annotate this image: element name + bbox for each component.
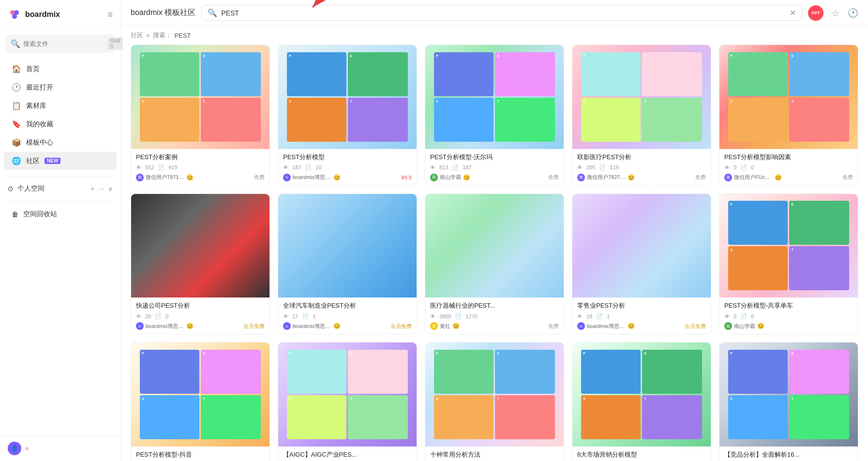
author-emoji: 😊 [628,323,635,329]
sidebar-label-materials: 素材库 [26,102,46,110]
star-icon[interactable]: ☆ [831,7,840,19]
card-info: 【AIGC】AIGC产业PES... 👁 303 📄 15 恐 恐龙不抵浪 😊 … [278,446,417,461]
chevron-down-icon[interactable]: ∨ [108,185,113,193]
sidebar-item-materials[interactable]: 📋 素材库 [4,97,117,115]
card-author: b boardmix博思白板 😊 [577,322,635,330]
card-meta: b boardmix博思白板 😊 会员免费 [136,322,265,330]
user-avatar[interactable]: 👤 [8,442,21,455]
template-card[interactable]: PEST PEST分析模型 👁 187 📄 10 b boardmix博思白板 … [278,45,417,186]
copy-icon: 📄 [740,164,747,171]
template-card[interactable]: PEST 【竞品分析】全面解析16... 👁 0 📄 0 恐 恐龙不抵浪 😊 [719,342,858,461]
card-info: 快递公司PEST分析 👁 28 📄 0 b boardmix博思白板 😊 会员免… [131,297,269,334]
main-search-input[interactable] [221,9,786,17]
card-title: PEST分析模型影响因素 [724,153,853,162]
breadcrumb-community[interactable]: 社区 [131,31,143,40]
card-price: 免费 [695,174,706,181]
sidebar-item-templates[interactable]: 📦 模板中心 [4,134,117,151]
main-area: boardmix 模板社区 🔍 ✕ [121,0,868,461]
card-price: 会员免费 [685,323,706,330]
search-icon: 🔍 [11,39,20,48]
template-card[interactable]: PEST PEST分析模型影响因素 👁 0 📄 0 微 微信用户FUcZskxR… [719,45,858,186]
more-icon[interactable]: ··· [98,185,104,193]
collapse-button[interactable]: ≡ [107,10,113,20]
sidebar-item-trash[interactable]: 🗑 空间回收站 [4,206,117,223]
sidebar-header: boardmix ≡ [0,0,120,30]
user-menu-icon[interactable]: ≡ [25,445,29,452]
copy-icon: 📄 [596,313,603,319]
author-emoji: 😊 [333,323,341,329]
clear-search-button[interactable]: ✕ [790,8,796,17]
card-info: PEST分析案例 👁 552 📄 419 微 微信用户797104 😊 免费 [131,149,269,185]
user-avatar-top[interactable]: PPT [808,5,823,21]
template-card[interactable]: PEST PEST分析模型-共享单车 👁 0 📄 0 南 南山学霸 😊 [719,193,858,335]
card-thumbnail-inner [278,194,417,298]
author-avatar: 微 [136,174,144,181]
template-card[interactable]: PEST PEST分析模型-沃尔玛 👁 813 📄 187 南 南山学霸 😊 [425,45,564,186]
card-title: 零售业PEST分析 [577,301,706,310]
card-title: 【竞品分析】全面解析16... [724,450,853,459]
card-thumbnail: PEST [278,342,417,446]
file-search-box[interactable]: 🔍 Shift S [6,34,115,53]
history-icon[interactable]: 🕐 [848,8,858,18]
card-info: PEST分析模型影响因素 👁 0 📄 0 微 微信用户FUcZskxR 😊 免费 [719,149,858,185]
card-meta: 微 微信用户782794 😊 免费 [577,174,706,181]
author-emoji: 😊 [775,174,782,181]
card-thumbnail: PEST [425,45,564,149]
card-title: PEST分析案例 [136,153,265,162]
author-avatar: b [283,174,291,181]
add-icon[interactable]: + [90,185,94,193]
author-emoji: 😊 [628,174,635,181]
card-author: b boardmix博思白板 😊 [283,174,341,181]
app-name: boardmix [25,10,60,19]
sidebar-label-favorites: 我的收藏 [26,120,53,129]
card-thumbnail-inner [425,194,564,298]
community-badge: NEW [45,158,60,164]
template-card[interactable]: PEST 联影医疗PEST分析 👁 205 📄 119 微 微信用户782794… [572,45,711,186]
template-card[interactable]: PEST 【AIGC】AIGC产业PES... 👁 303 📄 15 恐 恐龙不… [278,342,417,461]
card-thumbnail-inner: PEST [572,45,711,149]
template-card[interactable]: 医疗器械行业的PEST... 👁 3809 📄 1270 黄 黄红 😊 免费 [425,193,564,335]
template-card[interactable]: PEST PEST分析案例 👁 552 📄 419 微 微信用户797104 😊 [131,45,270,186]
clock-icon: 🕐 [12,83,21,92]
copy-count: 119 [610,164,618,170]
svg-point-3 [12,14,17,19]
main-search-bar[interactable]: 🔍 ✕ [201,5,802,21]
author-name: boardmix博思白板 [293,323,331,330]
card-info: 全球汽车制造业PEST分析 👁 17 📄 1 b boardmix博思白板 😊 … [278,297,417,334]
view-count: 205 [586,164,595,170]
template-card[interactable]: 快递公司PEST分析 👁 28 📄 0 b boardmix博思白板 😊 会员免… [131,193,270,335]
cards-grid: PEST PEST分析案例 👁 552 📄 419 微 微信用户797104 😊 [131,45,858,461]
card-info: PEST分析模型-共享单车 👁 0 📄 0 南 南山学霸 😊 [719,297,858,334]
view-count: 0 [733,164,736,170]
card-price: 会员免费 [390,323,412,330]
card-stats: 👁 205 📄 119 [577,164,706,171]
card-meta: 微 微信用户FUcZskxR 😊 免费 [724,174,853,181]
sidebar-item-favorites[interactable]: 🔖 我的收藏 [4,115,117,133]
card-title: 联影医疗PEST分析 [577,153,706,162]
sidebar-label-home: 首页 [26,65,40,74]
view-count: 813 [439,164,448,170]
template-card[interactable]: PEST 8大市场营销分析模型 👁 4820 📄 683 妞 妞妞 😊 [572,342,711,461]
boardmix-logo [8,8,21,21]
card-price: ¥9.9 [402,175,412,180]
author-name: boardmix博思白板 [587,323,626,330]
template-card[interactable]: 全球汽车制造业PEST分析 👁 17 📄 1 b boardmix博思白板 😊 … [278,193,417,335]
card-title: 医疗器械行业的PEST... [430,301,559,310]
card-title: PEST分析模型-沃尔玛 [430,153,559,162]
file-search-input[interactable] [23,40,105,47]
search-wrapper: 🔍 ✕ [201,5,802,21]
sidebar-item-home[interactable]: 🏠 首页 [4,60,117,78]
view-icon: 👁 [136,164,141,170]
template-card[interactable]: PEST PEST分析模型-抖音 👁 575 📄 62 南 南山学霸 😊 [131,342,270,461]
ppt-label: PPT [811,11,820,15]
view-icon: 👁 [577,313,583,319]
sidebar-item-recent[interactable]: 🕐 最近打开 [4,78,117,96]
template-card[interactable]: PEST 十种常用分析方法 👁 165 📄 1 1 137****4485 😊 [425,342,564,461]
author-avatar: 微 [577,174,585,181]
card-stats: 👁 813 📄 187 [430,164,559,171]
sidebar-item-community[interactable]: 🌐 社区 NEW [4,152,117,170]
template-card[interactable]: 零售业PEST分析 👁 18 📄 1 b boardmix博思白板 😊 会员免费 [572,193,711,335]
copy-count: 1270 [465,313,477,319]
author-emoji: 😊 [463,174,470,181]
view-icon: 👁 [724,313,730,319]
